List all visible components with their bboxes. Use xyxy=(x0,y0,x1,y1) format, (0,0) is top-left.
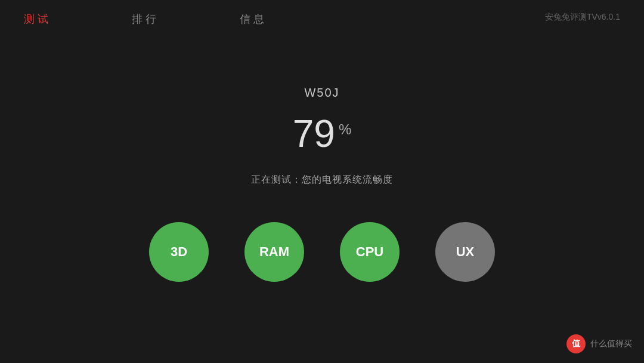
progress-number: 79 xyxy=(293,112,335,156)
main-content: W50J 79 % 正在测试：您的电视系统流畅度 3D RAM CPU UX xyxy=(0,38,644,353)
nav-item-test[interactable]: 测 试 xyxy=(24,12,48,26)
device-name: W50J xyxy=(304,86,339,100)
watermark-icon: 值 xyxy=(566,334,586,353)
percent-sign: % xyxy=(339,121,351,138)
test-circles-container: 3D RAM CPU UX xyxy=(149,222,495,282)
circle-ux[interactable]: UX xyxy=(435,222,495,282)
top-navigation: 测 试 排 行 信 息 安兔兔评测TVv6.0.1 xyxy=(0,0,644,38)
watermark-label: 什么值得买 xyxy=(590,339,632,349)
status-text: 正在测试：您的电视系统流畅度 xyxy=(251,174,393,186)
circle-3d[interactable]: 3D xyxy=(149,222,209,282)
app-title: 安兔兔评测TVv6.0.1 xyxy=(545,12,620,23)
watermark: 值 什么值得买 xyxy=(566,334,632,353)
nav-item-ranking[interactable]: 排 行 xyxy=(132,12,156,26)
nav-item-info[interactable]: 信 息 xyxy=(240,12,264,26)
progress-display: 79 % xyxy=(293,112,352,156)
circle-ram[interactable]: RAM xyxy=(244,222,304,282)
circle-cpu[interactable]: CPU xyxy=(340,222,400,282)
